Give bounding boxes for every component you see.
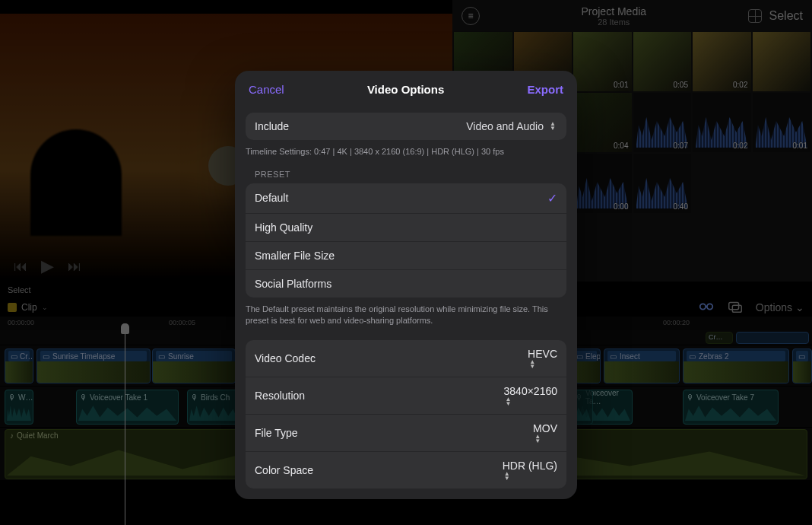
setting-file-type[interactable]: File TypeMOV — [246, 415, 566, 452]
chevron-updown-icon — [533, 434, 542, 444]
video-icon: ▭ — [158, 352, 166, 360]
mic-icon: 🎙 — [191, 393, 198, 401]
media-menu-icon[interactable]: ≡ — [462, 7, 480, 25]
preset-social-platforms[interactable]: Social Platforms — [246, 270, 566, 298]
media-thumbnail[interactable]: 0:02 — [693, 93, 751, 152]
media-thumbnail[interactable] — [753, 32, 811, 91]
video-clip[interactable]: ▭Insect — [604, 348, 680, 383]
audio-clip[interactable]: 🎙Birds Ch — [187, 390, 240, 425]
mic-icon: 🎙 — [8, 393, 16, 401]
preset-header: PRESET — [255, 170, 566, 179]
thumb-duration: 0:02 — [733, 81, 747, 89]
clip-label: Sunrise Timelapse — [52, 352, 115, 361]
video-clip[interactable]: ▭ — [792, 348, 812, 383]
audio-clip[interactable]: 🎙Voiceover Take 1 — [76, 390, 179, 425]
export-button[interactable]: Export — [527, 83, 563, 96]
video-clip[interactable]: ▭Sunrise — [152, 348, 236, 383]
clip-label: Insect — [620, 352, 640, 361]
video-icon: ▭ — [43, 352, 50, 360]
setting-value: 3840×2160 — [504, 385, 557, 397]
media-thumbnail[interactable]: 0:02 — [693, 32, 751, 91]
overlay-icon[interactable] — [727, 298, 744, 317]
cancel-button[interactable]: Cancel — [249, 83, 284, 96]
setting-label: Resolution — [255, 390, 305, 402]
link-icon[interactable] — [698, 298, 715, 317]
preset-label: Smaller File Size — [255, 250, 335, 262]
marker-clip[interactable] — [736, 332, 809, 344]
clip-label: Voiceover Take 7 — [696, 393, 754, 402]
svg-point-0 — [700, 304, 706, 309]
modal-title: Video Options — [367, 83, 444, 96]
chevron-updown-icon — [548, 122, 557, 131]
chevron-updown-icon — [528, 360, 537, 369]
setting-label: Color Space — [255, 464, 313, 476]
clip-color-swatch[interactable] — [8, 303, 17, 312]
media-thumbnail[interactable]: 0:01 — [573, 32, 632, 91]
thumb-duration: 0:01 — [793, 142, 807, 150]
thumb-duration: 0:40 — [674, 202, 688, 211]
include-value: Video and Audio — [466, 120, 544, 132]
svg-rect-2 — [729, 302, 739, 309]
preset-note: The Default preset maintains the origina… — [246, 304, 566, 326]
media-thumbnail[interactable]: 0:40 — [633, 154, 692, 213]
timeline-settings-text: Timeline Settings: 0:47 | 4K | 3840 x 21… — [246, 146, 566, 158]
preset-label: High Quality — [255, 221, 312, 234]
marker-clip[interactable]: Cr… — [706, 332, 733, 344]
clip-label: Cr… — [20, 352, 33, 361]
thumb-duration: 0:04 — [614, 142, 628, 150]
video-options-modal: Cancel Video Options Export Include Vide… — [235, 71, 577, 499]
play-button[interactable]: ▶ — [41, 256, 54, 276]
grid-view-icon[interactable] — [748, 9, 762, 23]
mic-icon: 🎙 — [80, 393, 87, 401]
chevron-updown-icon — [503, 472, 512, 481]
clip-label: W… — [18, 393, 33, 402]
setting-label: File Type — [255, 427, 298, 439]
setting-color-space[interactable]: Color SpaceHDR (HLG) — [246, 452, 566, 488]
preset-label: Social Platforms — [255, 278, 331, 290]
clip-label[interactable]: Clip — [21, 302, 37, 313]
preset-default[interactable]: Default✓ — [246, 183, 566, 214]
prev-frame-button[interactable]: ⏮ — [14, 259, 27, 275]
clip-label: Sunrise — [168, 352, 194, 361]
media-thumbnail[interactable]: 0:04 — [573, 93, 632, 152]
include-row[interactable]: Include Video and Audio — [246, 113, 566, 140]
setting-label: Video Codec — [255, 352, 316, 364]
media-thumbnail[interactable]: 0:01 — [753, 93, 811, 152]
playhead[interactable] — [125, 323, 125, 525]
setting-value: HDR (HLG) — [503, 460, 557, 472]
preset-high-quality[interactable]: High Quality — [246, 214, 566, 242]
clip-label: Elephant — [585, 352, 601, 361]
music-note-icon: ♪ — [10, 431, 14, 440]
video-clip[interactable]: ▭Sunrise Timelapse — [36, 348, 151, 383]
select-button[interactable]: Select — [769, 9, 803, 23]
check-icon: ✓ — [547, 191, 557, 205]
media-thumbnail[interactable]: 0:07 — [633, 93, 692, 152]
media-title: Project Media 28 Items — [480, 5, 748, 27]
thumb-duration: 0:01 — [614, 81, 628, 89]
video-clip[interactable]: ▭Cr… — [5, 348, 33, 383]
next-frame-button[interactable]: ⏭ — [68, 259, 81, 275]
video-icon: ▭ — [576, 352, 583, 360]
video-clip[interactable]: ▭Zebras 2 — [683, 348, 789, 383]
thumb-duration: 0:07 — [674, 142, 688, 150]
timeline-options-button[interactable]: Options ⌄ — [756, 301, 804, 313]
preset-smaller-file-size[interactable]: Smaller File Size — [246, 242, 566, 270]
audio-clip[interactable]: 🎙Voiceover Take 7 — [683, 390, 779, 425]
preset-label: Default — [255, 192, 288, 204]
media-thumbnail[interactable]: 0:05 — [633, 32, 692, 91]
media-thumbnail[interactable]: 0:00 — [573, 154, 632, 213]
video-icon: ▭ — [11, 352, 17, 360]
svg-point-1 — [707, 304, 712, 309]
video-icon: ▭ — [610, 352, 617, 360]
clip-label: Voiceover Take 1 — [90, 393, 147, 402]
mic-icon: 🎙 — [687, 393, 694, 401]
include-label: Include — [255, 120, 289, 132]
audio-clip[interactable]: 🎙W… — [5, 390, 33, 425]
setting-video-codec[interactable]: Video CodecHEVC — [246, 340, 566, 377]
thumb-duration: 0:05 — [674, 81, 688, 89]
thumb-duration: 0:02 — [733, 142, 747, 150]
svg-rect-3 — [732, 305, 741, 312]
thumb-duration: 0:00 — [614, 202, 628, 211]
setting-resolution[interactable]: Resolution3840×2160 — [246, 377, 566, 415]
clip-label: Zebras 2 — [699, 352, 728, 361]
